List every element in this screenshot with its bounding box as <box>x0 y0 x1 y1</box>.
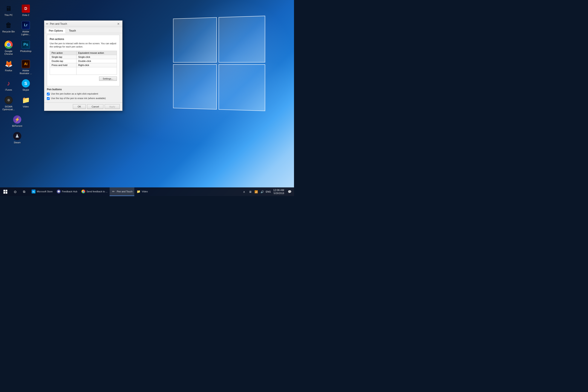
tray-network-icon[interactable]: 🖥 <box>247 188 253 196</box>
checkbox-erase-ink-label: Use the top of the pen to erase ink (whe… <box>51 97 106 100</box>
taskbar-apps: 🛍 Microsoft Store 💬 Feedback Hub Send fe… <box>29 188 240 196</box>
cortana-button[interactable]: ⊙ <box>11 188 19 196</box>
desktop-icon-sigma[interactable]: ⚙ SIGMA Optimizati... <box>0 94 17 112</box>
video-icon: 📁 <box>22 96 30 104</box>
pen-and-touch-dialog: ✏ Pen and Touch ✕ Pen Options Touch Pen … <box>44 20 122 111</box>
desktop-icon-adobe-lr[interactable]: Lr Adobe Lightro... <box>17 19 34 38</box>
notification-icon: 💬 <box>288 190 292 194</box>
ai-label: Adobe Illustrator ... <box>19 69 32 75</box>
desktop-icon-this-pc[interactable]: 🖥 This PC <box>0 2 17 18</box>
row3-mouse: Right-click <box>76 63 117 67</box>
table-row[interactable]: Press and hold Right-click <box>50 63 117 67</box>
tray-chevron[interactable]: ∧ <box>241 188 247 196</box>
desktop-icon-photoshop[interactable]: Ps Photoshop <box>17 39 34 57</box>
itunes-icon: ♪ <box>4 79 13 88</box>
itunes-label: iTunes <box>5 88 12 91</box>
pen-touch-taskbar-icon: ✏ <box>111 189 116 194</box>
settings-btn-row: Settings... <box>50 76 117 81</box>
tab-touch[interactable]: Touch <box>66 28 79 33</box>
settings-button[interactable]: Settings... <box>99 76 117 81</box>
pen-actions-title: Pen actions <box>50 38 117 40</box>
pen-buttons-title: Pen buttons <box>47 88 120 91</box>
desktop-icon-bittorrent[interactable]: ⚡ BitTorrent <box>8 114 27 129</box>
tray-volume-icon[interactable]: 🔊 <box>260 188 265 196</box>
taskbar-pen-touch[interactable]: ✏ Pen and Touch <box>110 188 134 196</box>
taskbar-ms-store[interactable]: 🛍 Microsoft Store <box>30 188 54 196</box>
desktop-icons: 🖥 This PC D Dota 2 🗑 Recycle Bin <box>0 2 34 146</box>
tab-pen-options[interactable]: Pen Options <box>46 28 66 33</box>
row1-mouse: Single-click <box>76 55 117 59</box>
desktop-icon-chrome[interactable]: Google Chrome <box>0 39 17 57</box>
lang-label: ENG <box>266 190 271 193</box>
desktop-icon-recycle[interactable]: 🗑 Recycle Bin <box>0 19 17 38</box>
tray-wifi-icon[interactable]: 📶 <box>254 188 259 196</box>
video-taskbar-icon: 📁 <box>136 189 141 194</box>
skype-label: Skype <box>22 88 29 91</box>
cancel-button[interactable]: Cancel <box>87 104 103 109</box>
dialog-close-button[interactable]: ✕ <box>116 22 120 26</box>
recycle-bin-label: Recycle Bin <box>2 30 15 33</box>
this-pc-label: This PC <box>4 14 13 16</box>
col-mouse-action: Equivalent mouse action <box>76 51 117 55</box>
ok-button[interactable]: OK <box>73 104 86 109</box>
svg-rect-0 <box>4 190 5 192</box>
desktop-icon-itunes[interactable]: ♪ iTunes <box>0 77 17 93</box>
dialog-footer: OK Cancel Apply <box>44 102 122 111</box>
video-taskbar-label: Video <box>142 190 148 193</box>
bittorrent-label: BitTorrent <box>12 125 22 128</box>
dialog-content: Pen actions Use the pen to interact with… <box>47 35 120 86</box>
video-label: Video <box>23 105 29 108</box>
send-feedback-icon <box>81 189 86 194</box>
taskbar-feedback-hub[interactable]: 💬 Feedback Hub <box>55 188 79 196</box>
task-view-icon: ⧉ <box>23 190 25 194</box>
taskbar: ⊙ ⧉ 🛍 Microsoft Store 💬 Feedback Hub Sen… <box>0 188 294 196</box>
win-pane-br <box>218 64 265 111</box>
win-pane-tr <box>218 16 265 62</box>
adobe-lr-label: Adobe Lightro... <box>19 30 32 36</box>
dialog-titlebar: ✏ Pen and Touch ✕ <box>44 21 122 27</box>
svg-rect-3 <box>6 192 7 194</box>
desktop-icon-dota2[interactable]: D Dota 2 <box>17 2 34 18</box>
checkbox-right-click[interactable] <box>47 93 50 96</box>
ms-store-icon: 🛍 <box>32 189 36 194</box>
steam-icon: ♟ <box>13 132 22 140</box>
checkbox-erase-ink[interactable] <box>47 97 50 100</box>
apply-button[interactable]: Apply <box>105 104 120 109</box>
desktop-icon-steam[interactable]: ♟ Steam <box>8 130 27 146</box>
this-pc-icon: 🖥 <box>4 4 13 13</box>
desktop-icon-ai[interactable]: Ai Adobe Illustrator ... <box>17 58 34 76</box>
row1-action: Single-tap <box>50 55 76 59</box>
start-button[interactable] <box>0 188 11 196</box>
table-row[interactable]: Double-tap Double-click <box>50 59 117 63</box>
recycle-bin-icon: 🗑 <box>4 21 13 30</box>
desktop-icon-skype[interactable]: S Skype <box>17 77 34 93</box>
table-row[interactable]: Single-tap Single-click <box>50 55 117 59</box>
notification-center-button[interactable]: 💬 <box>286 188 293 196</box>
checkbox-erase-ink-row: Use the top of the pen to erase ink (whe… <box>47 97 120 100</box>
firefox-icon: 🦊 <box>4 60 13 68</box>
chrome-label: Google Chrome <box>2 50 15 56</box>
task-view-button[interactable]: ⧉ <box>19 188 29 196</box>
photoshop-label: Photoshop <box>20 50 32 53</box>
tray-lang[interactable]: ENG <box>266 188 271 196</box>
dialog-title-left: ✏ Pen and Touch <box>46 22 67 26</box>
windows-logo <box>172 17 264 110</box>
taskbar-video[interactable]: 📁 Video <box>135 188 150 196</box>
adobe-lr-icon: Lr <box>22 21 30 30</box>
dota2-icon: D <box>22 4 30 13</box>
desktop-icon-video[interactable]: 📁 Video <box>17 94 34 112</box>
clock-date: 5/29/2018 <box>274 192 284 195</box>
svg-rect-2 <box>4 192 5 194</box>
chevron-up-icon: ∧ <box>243 190 245 194</box>
ms-store-label: Microsoft Store <box>37 190 53 193</box>
desktop-icon-firefox[interactable]: 🦊 Firefox <box>0 58 17 76</box>
firefox-label: Firefox <box>5 69 12 72</box>
steam-label: Steam <box>14 141 21 144</box>
volume-icon: 🔊 <box>260 190 264 194</box>
row2-mouse: Double-click <box>76 59 117 63</box>
dialog-tabs: Pen Options Touch <box>44 27 122 33</box>
feedback-hub-label: Feedback Hub <box>62 190 77 193</box>
row2-action: Double-tap <box>50 59 76 63</box>
taskbar-send-feedback[interactable]: Send feedback to ... <box>80 188 110 196</box>
tray-clock[interactable]: 12:06 AM 5/29/2018 <box>272 188 286 196</box>
